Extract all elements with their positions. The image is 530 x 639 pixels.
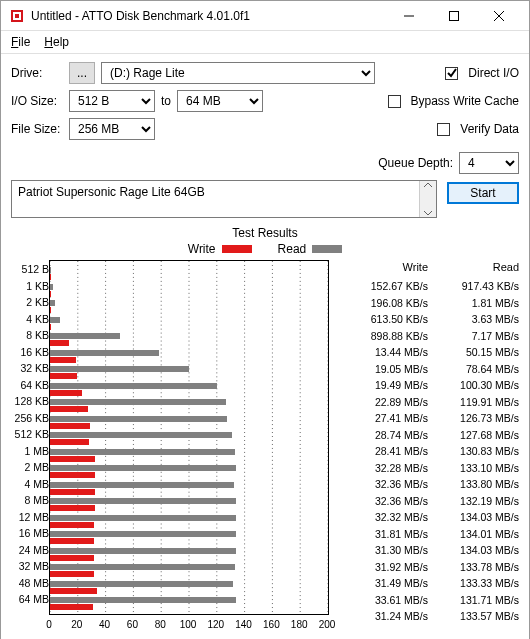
menu-file[interactable]: File: [11, 35, 30, 49]
chart-row: [50, 514, 328, 531]
bypass-cache-label: Bypass Write Cache: [411, 94, 520, 108]
description-textarea[interactable]: Patriot Supersonic Rage Lite 64GB: [11, 180, 437, 218]
write-bar: [50, 324, 51, 330]
description-scrollbar[interactable]: [419, 181, 436, 217]
read-bar: [50, 399, 226, 405]
read-bar: [50, 300, 55, 306]
write-bar: [50, 571, 94, 577]
read-bar: [50, 333, 120, 339]
svg-rect-4: [449, 11, 458, 20]
minimize-button[interactable]: [386, 1, 431, 30]
write-bar: [50, 588, 97, 594]
titlebar: Untitled - ATTO Disk Benchmark 4.01.0f1: [1, 1, 529, 31]
to-label: to: [161, 94, 171, 108]
read-bar: [50, 482, 234, 488]
read-bar: [50, 317, 60, 323]
legend-read-swatch: [312, 245, 342, 253]
controls-panel: Drive: ... (D:) Rage Lite Direct I/O I/O…: [1, 54, 529, 152]
write-bar: [50, 522, 94, 528]
read-bar: [50, 432, 232, 438]
write-bar: [50, 538, 94, 544]
write-bar: [50, 505, 95, 511]
write-bar: [50, 604, 93, 610]
read-bar: [50, 531, 236, 537]
start-button[interactable]: Start: [447, 182, 519, 204]
chart-row: [50, 481, 328, 498]
read-bar: [50, 581, 233, 587]
chart-row: [50, 382, 328, 399]
scroll-down-icon: [423, 209, 433, 217]
scroll-up-icon: [423, 181, 433, 189]
read-bar: [50, 416, 227, 422]
iosize-to-select[interactable]: 64 MB: [177, 90, 263, 112]
close-button[interactable]: [476, 1, 521, 30]
write-bar: [50, 423, 90, 429]
chart-row: [50, 349, 328, 366]
chart-legend: Write Read: [11, 242, 519, 256]
write-bar: [50, 340, 69, 346]
read-bar: [50, 465, 236, 471]
queue-depth-select[interactable]: 4: [459, 152, 519, 174]
legend-read-label: Read: [278, 242, 307, 256]
filesize-label: File Size:: [11, 122, 69, 136]
read-bar: [50, 449, 235, 455]
write-bar: [50, 307, 51, 313]
direct-io-checkbox[interactable]: [445, 67, 458, 80]
window-title: Untitled - ATTO Disk Benchmark 4.01.0f1: [31, 9, 386, 23]
chart-row: [50, 283, 328, 300]
queue-depth-label: Queue Depth:: [378, 156, 453, 170]
read-values-column: Read917.43 KB/s1.81 MB/s3.63 MB/s7.17 MB…: [428, 260, 519, 639]
legend-write-swatch: [222, 245, 252, 253]
chart-y-labels: 512 B1 KB2 KB4 KB8 KB16 KB32 KB64 KB128 …: [11, 260, 49, 639]
iosize-from-select[interactable]: 512 B: [69, 90, 155, 112]
filesize-select[interactable]: 256 MB: [69, 118, 155, 140]
legend-write-label: Write: [188, 242, 216, 256]
chart-row: [50, 365, 328, 382]
app-icon: [9, 8, 25, 24]
maximize-button[interactable]: [431, 1, 476, 30]
read-bar: [50, 284, 53, 290]
results-panel: Test Results Write Read 512 B1 KB2 KB4 K…: [1, 226, 529, 639]
chart-row: [50, 547, 328, 564]
read-bar: [50, 564, 235, 570]
iosize-label: I/O Size:: [11, 94, 69, 108]
direct-io-label: Direct I/O: [468, 66, 519, 80]
read-bar: [50, 597, 236, 603]
read-bar: [50, 350, 159, 356]
description-text: Patriot Supersonic Rage Lite 64GB: [18, 185, 205, 199]
chart-row: [50, 464, 328, 481]
read-bar: [50, 267, 51, 273]
chart-row: [50, 563, 328, 580]
write-bar: [50, 472, 95, 478]
read-bar: [50, 548, 236, 554]
chart-row: [50, 530, 328, 547]
chart-row: [50, 316, 328, 333]
chart-x-axis: 020406080100120140160180200: [49, 619, 331, 637]
write-values-column: Write152.67 KB/s196.08 KB/s613.50 KB/s89…: [337, 260, 428, 639]
write-bar: [50, 406, 88, 412]
write-bar: [50, 439, 89, 445]
chart-row: [50, 299, 328, 316]
app-window: Untitled - ATTO Disk Benchmark 4.01.0f1 …: [0, 0, 530, 639]
write-bar: [50, 357, 76, 363]
results-title: Test Results: [11, 226, 519, 240]
browse-drive-button[interactable]: ...: [69, 62, 95, 84]
verify-data-label: Verify Data: [460, 122, 519, 136]
svg-rect-2: [15, 14, 19, 18]
write-bar: [50, 373, 77, 379]
read-bar: [50, 383, 217, 389]
menu-help[interactable]: Help: [44, 35, 69, 49]
read-bar: [50, 498, 236, 504]
chart-area: [49, 260, 329, 615]
verify-data-checkbox[interactable]: [437, 123, 450, 136]
bypass-cache-checkbox[interactable]: [388, 95, 401, 108]
drive-label: Drive:: [11, 66, 69, 80]
chart-row: [50, 497, 328, 514]
read-bar: [50, 515, 236, 521]
chart-row: [50, 398, 328, 415]
write-bar: [50, 456, 95, 462]
chart-row: [50, 415, 328, 432]
drive-select[interactable]: (D:) Rage Lite: [101, 62, 375, 84]
chart-row: [50, 580, 328, 597]
read-bar: [50, 366, 189, 372]
